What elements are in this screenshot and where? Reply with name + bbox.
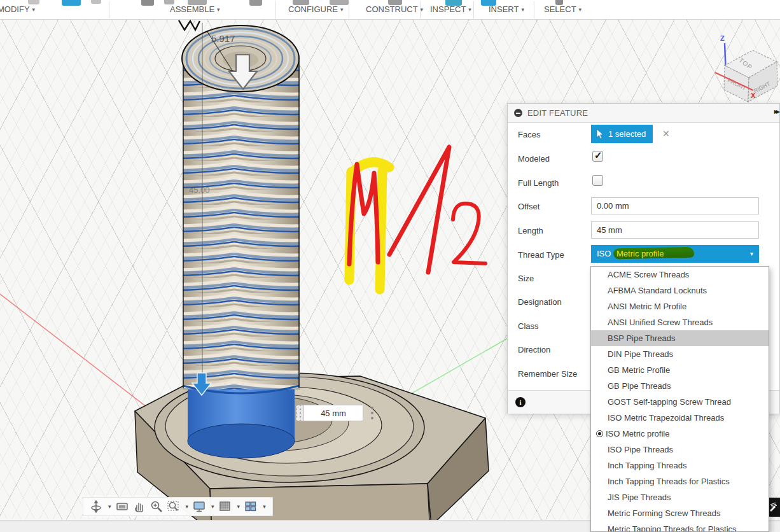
viewcube-x-label: X (751, 92, 756, 99)
menu-select[interactable]: SELECT▾ (544, 4, 582, 14)
chevron-down-icon: ▾ (340, 6, 344, 13)
length-dimension-input[interactable] (303, 405, 363, 421)
dimension-options-menu[interactable] (371, 407, 373, 419)
dimension-drag-handle[interactable] (296, 405, 303, 421)
height-dimension-label: 45.00 (189, 185, 210, 195)
length-input[interactable] (591, 221, 759, 239)
pan-icon[interactable] (133, 500, 146, 513)
chevron-down-icon: ▾ (217, 6, 220, 13)
chevron-down-icon: ▾ (521, 6, 524, 13)
toolbar-separator (275, 1, 276, 18)
dropdown-item[interactable]: Metric Tapping Threads for Plastics (591, 521, 769, 532)
dimension-extension-mark (179, 20, 200, 30)
modeled-label: Modeled (518, 154, 550, 164)
dropdown-item[interactable]: Metric Forming Screw Threads (591, 505, 769, 521)
dropdown-item-hovered[interactable]: BSP Pipe Threads (591, 330, 769, 346)
toolbar-separator (534, 1, 534, 18)
class-label: Class (518, 321, 539, 331)
chevron-down-icon: ▾ (32, 6, 36, 13)
modeled-checkbox[interactable]: ✓ (592, 151, 603, 162)
dropdown-item[interactable]: ANSI Unified Screw Threads (591, 314, 769, 330)
cutoff-icon (249, 0, 262, 6)
chevron-down-icon: ▾ (750, 250, 753, 257)
toolbar-separator (473, 1, 474, 18)
thread-type-label: Thread Type (518, 250, 564, 260)
dropdown-item[interactable]: JIS Pipe Threads (591, 489, 769, 505)
dropdown-item[interactable]: AFBMA Standard Locknuts (591, 283, 769, 298)
dropdown-item[interactable]: GB Pipe Threads (591, 378, 769, 394)
radius-dimension-label: 5.917 (211, 33, 235, 44)
dropdown-item[interactable]: GOST Self-tapping Screw Thread (591, 394, 769, 410)
dropdown-item[interactable]: ACME Screw Threads (591, 267, 769, 283)
checkmark-icon: ✓ (594, 150, 602, 161)
toolbar-separator (349, 1, 349, 18)
faces-selection-chip[interactable]: 1 selected (591, 125, 653, 143)
dropdown-item[interactable]: GB Metric Profile (591, 362, 769, 378)
viewports-icon[interactable] (244, 500, 257, 513)
chevron-down-icon: ▾ (468, 6, 471, 13)
chevron-down-icon[interactable]: ▾ (263, 503, 266, 510)
full-length-row: Full Length (508, 174, 779, 193)
clear-selection-icon[interactable]: ✕ (662, 129, 670, 139)
zoom-icon[interactable] (150, 500, 163, 513)
cutoff-icon (62, 0, 81, 6)
dimension-input-box (296, 405, 373, 421)
look-at-icon[interactable] (116, 500, 129, 513)
toolbar-separator (109, 1, 109, 18)
dialog-header[interactable]: EDIT FEATURE ▶▶ (508, 104, 779, 123)
chevron-down-icon[interactable]: ▾ (186, 503, 189, 510)
thread-type-select[interactable]: ISO Metric profile ▾ (591, 245, 759, 263)
menu-configure[interactable]: CONFIGURE▾ (288, 4, 344, 14)
chevron-down-icon[interactable]: ▾ (211, 503, 214, 510)
length-label: Length (518, 226, 543, 235)
cutoff-icon (91, 0, 101, 4)
full-length-checkbox[interactable] (592, 175, 603, 186)
cutoff-icon (28, 0, 39, 4)
chevron-down-icon: ▾ (579, 6, 582, 13)
remember-size-label: Remember Size (518, 369, 577, 379)
thread-type-row: Thread Type ISO Metric profile ▾ (508, 246, 779, 265)
menu-modify[interactable]: MODIFY▾ (0, 4, 35, 14)
ribbon-toolbar: MODIFY▾ ASSEMBLE▾ CONFIGURE▾ CONSTRUCT▾ … (0, 0, 780, 20)
menu-construct[interactable]: CONSTRUCT▾ (366, 4, 423, 14)
fit-icon[interactable] (167, 500, 180, 513)
cutoff-icon (164, 0, 174, 4)
dropdown-item[interactable]: Inch Tapping Threads (591, 458, 769, 473)
collapse-icon[interactable] (514, 109, 522, 117)
fusion360-screen: 45.00 5.917 Z TOP FRONT R (0, 0, 780, 532)
dropdown-item[interactable]: Inch Tapping Threads for Plastics (591, 473, 769, 489)
menu-insert[interactable]: INSERT▾ (489, 4, 524, 14)
dropdown-item[interactable]: ANSI Metric M Profile (591, 298, 769, 314)
dropdown-item[interactable]: ISO Metric Trapezoidal Threads (591, 410, 769, 426)
chevron-down-icon[interactable]: ▾ (108, 503, 111, 510)
dialog-title: EDIT FEATURE (527, 108, 588, 118)
info-icon[interactable]: i (515, 397, 526, 407)
faces-row: Faces 1 selected ✕ (508, 125, 779, 144)
offset-input[interactable] (591, 197, 759, 214)
dropdown-item[interactable]: DIN Pipe Threads (591, 346, 769, 362)
faces-label: Faces (518, 130, 540, 139)
thread-type-value-prefix: ISO (597, 249, 611, 258)
faces-selected-count: 1 selected (608, 129, 646, 139)
offset-row: Offset (508, 197, 779, 216)
dropdown-item-selected[interactable]: ISO Metric profile (591, 426, 769, 442)
menu-assemble[interactable]: ASSEMBLE▾ (170, 4, 220, 14)
cursor-icon (596, 129, 604, 139)
direction-label: Direction (518, 345, 550, 354)
threaded-shank[interactable] (183, 60, 300, 393)
view-cube[interactable]: Z TOP FRONT RIGHT X (700, 25, 780, 106)
grid-settings-icon[interactable] (219, 500, 232, 513)
full-length-label: Full Length (518, 178, 559, 188)
expand-arrows-icon[interactable]: ▶▶ (774, 109, 778, 115)
navigation-toolbar: ▾ ▾ ▾ (83, 497, 273, 516)
offset-label: Offset (518, 202, 540, 211)
designation-label: Designation (518, 297, 562, 307)
cutoff-icon (141, 0, 154, 6)
dropdown-item[interactable]: ISO Pipe Threads (591, 442, 769, 458)
length-row: Length (508, 221, 779, 241)
orbit-icon[interactable] (90, 500, 102, 513)
chevron-down-icon[interactable]: ▾ (237, 503, 240, 510)
display-settings-icon[interactable] (193, 500, 205, 513)
size-label: Size (518, 274, 534, 283)
menu-inspect[interactable]: INSPECT▾ (430, 4, 471, 14)
